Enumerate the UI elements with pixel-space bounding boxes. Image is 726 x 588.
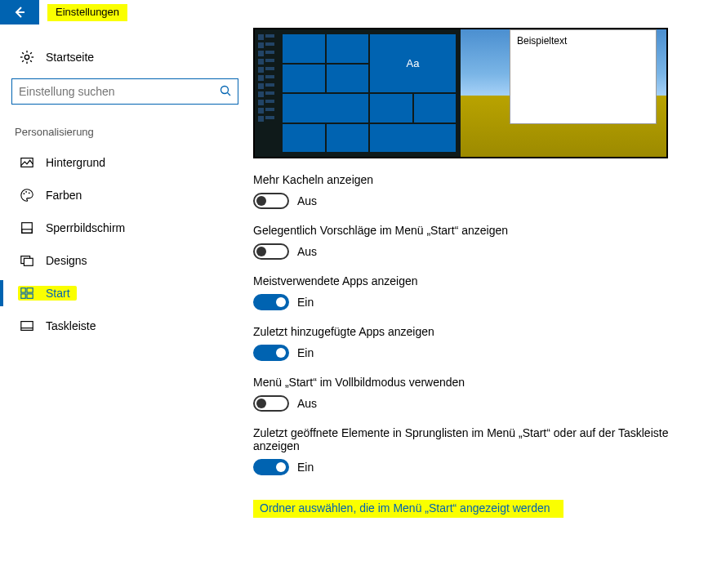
app-title: Einstellungen [47, 4, 127, 21]
toggle-recently-added[interactable] [253, 345, 289, 361]
choose-folders-link[interactable]: Ordner auswählen, die im Menü „Start“ an… [255, 499, 555, 517]
svg-rect-21 [27, 288, 33, 292]
toggle-label-recently-added: Zuletzt hinzugefügte Apps anzeigen [253, 325, 706, 338]
svg-rect-23 [27, 294, 33, 298]
sidebar-item-sperrbildschirm[interactable]: Sperrbildschirm [11, 212, 253, 244]
themes-icon [18, 253, 36, 268]
back-button[interactable] [0, 0, 39, 24]
sidebar-item-label: Taskleiste [46, 319, 96, 332]
sidebar-item-label: Farben [46, 189, 82, 202]
svg-point-14 [25, 191, 27, 193]
sidebar-item-label: Designs [46, 254, 87, 267]
toggle-label-jumplist: Zuletzt geöffnete Elemente in Sprunglist… [253, 426, 706, 452]
svg-point-10 [221, 86, 229, 93]
palette-icon [18, 188, 36, 203]
svg-line-8 [22, 60, 24, 62]
svg-point-1 [24, 55, 29, 59]
sidebar-item-label: Hintergrund [46, 156, 105, 169]
toggle-state: Aus [297, 194, 317, 207]
svg-line-11 [228, 92, 231, 96]
start-preview: Aa Beispieltext [253, 28, 668, 158]
sidebar-section-label: Personalisierung [11, 114, 253, 146]
sidebar-item-designs[interactable]: Designs [11, 244, 253, 277]
svg-rect-17 [22, 229, 33, 234]
taskbar-icon [18, 318, 36, 333]
arrow-left-icon [13, 6, 26, 19]
svg-point-15 [29, 192, 30, 194]
sidebar-item-taskleiste[interactable]: Taskleiste [11, 310, 253, 342]
toggle-label-most-used: Meistverwendete Apps anzeigen [253, 274, 706, 287]
sidebar-item-start[interactable]: Start [11, 277, 253, 310]
picture-icon [18, 155, 36, 170]
toggle-label-fullscreen: Menü „Start“ im Vollbildmodus verwenden [253, 376, 706, 389]
toggle-label-suggestions: Gelegentlich Vorschläge im Menü „Start“ … [253, 224, 706, 237]
sidebar-item-label: Start [46, 287, 70, 300]
toggle-fullscreen[interactable] [253, 395, 289, 412]
sidebar-home[interactable]: Startseite [11, 41, 253, 74]
svg-line-7 [30, 60, 32, 62]
svg-rect-16 [22, 223, 33, 234]
lockscreen-icon [18, 220, 36, 235]
sidebar-item-label: Sperrbildschirm [46, 221, 125, 234]
start-icon [18, 286, 36, 301]
toggle-more-tiles[interactable] [253, 193, 289, 209]
preview-sample-window: Beispieltext [510, 29, 657, 124]
toggle-state: Aus [297, 245, 317, 258]
toggle-state: Ein [297, 296, 314, 309]
sidebar-item-hintergrund[interactable]: Hintergrund [11, 146, 253, 179]
gear-icon [18, 50, 36, 65]
search-icon [220, 85, 231, 99]
toggle-state: Aus [297, 397, 317, 410]
svg-rect-24 [21, 322, 33, 331]
svg-point-13 [24, 193, 25, 194]
svg-line-6 [22, 52, 24, 54]
toggle-jumplist[interactable] [253, 459, 289, 475]
search-input[interactable] [19, 85, 220, 98]
svg-rect-19 [24, 258, 33, 265]
toggle-label-more-tiles: Mehr Kacheln anzeigen [253, 173, 706, 186]
sidebar-home-label: Startseite [46, 51, 94, 64]
search-input-wrapper[interactable] [11, 78, 238, 105]
svg-line-9 [30, 52, 32, 54]
toggle-state: Ein [297, 461, 314, 474]
svg-rect-22 [21, 294, 25, 298]
toggle-suggestions[interactable] [253, 243, 289, 260]
sidebar-item-farben[interactable]: Farben [11, 179, 253, 212]
toggle-most-used[interactable] [253, 294, 289, 310]
svg-rect-20 [21, 288, 25, 292]
preview-aa-tile: Aa [370, 34, 456, 92]
toggle-state: Ein [297, 346, 314, 359]
